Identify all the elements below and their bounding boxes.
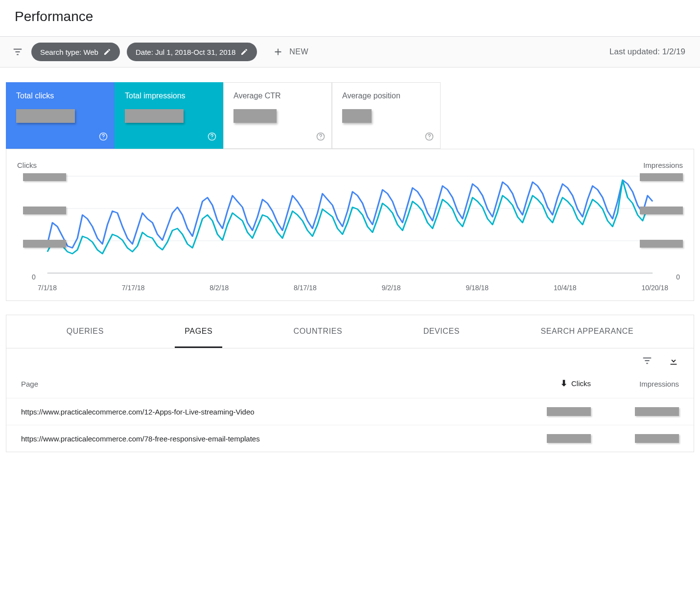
help-icon[interactable]: [207, 132, 217, 143]
redacted-value: [635, 434, 679, 443]
table-toolbar: [6, 348, 694, 373]
y-zero-right: 0: [676, 273, 680, 281]
redacted-value: [233, 109, 277, 123]
col-page-header[interactable]: Page: [21, 380, 503, 388]
redacted-value: [342, 109, 372, 123]
x-tick: 8/2/18: [210, 284, 229, 292]
svg-point-7: [429, 138, 429, 139]
page-title: Performance: [15, 9, 685, 24]
metric-label: Total impressions: [125, 92, 213, 100]
chip-date-range[interactable]: Date: Jul 1, 2018-Oct 31, 2018: [127, 43, 257, 61]
metric-card-total-impressions[interactable]: Total impressions: [115, 82, 223, 149]
redacted-y-tick: [23, 207, 66, 214]
help-icon[interactable]: [316, 132, 326, 143]
table-header-row: Page Clicks Impressions: [6, 373, 694, 398]
redacted-value: [635, 407, 679, 416]
table-card: QUERIESPAGESCOUNTRIESDEVICESSEARCH APPEA…: [6, 315, 694, 452]
chart-left-axis-label: Clicks: [17, 161, 37, 169]
table-row[interactable]: https://www.practicalecommerce.com/12-Ap…: [6, 398, 694, 425]
line-chart: [17, 172, 683, 280]
redacted-value: [16, 109, 75, 123]
pencil-icon: [103, 48, 111, 56]
y-zero-left: 0: [32, 273, 36, 281]
metric-card-average-ctr[interactable]: Average CTR: [223, 82, 332, 149]
tabs: QUERIESPAGESCOUNTRIESDEVICESSEARCH APPEA…: [6, 315, 694, 348]
x-tick: 9/18/18: [466, 284, 489, 292]
chart-right-axis-label: Impressions: [643, 161, 683, 169]
x-tick: 10/20/18: [641, 284, 668, 292]
redacted-y-tick: [640, 207, 683, 214]
tab-pages[interactable]: PAGES: [175, 315, 222, 348]
x-tick: 7/17/18: [122, 284, 145, 292]
col-clicks-header[interactable]: Clicks: [503, 379, 591, 389]
svg-point-1: [103, 138, 103, 139]
page-url: https://www.practicalecommerce.com/78-fr…: [21, 435, 503, 443]
redacted-y-tick: [23, 173, 66, 181]
redacted-y-tick: [23, 240, 66, 248]
redacted-value: [547, 434, 591, 443]
chart-card: Clicks Impressions 0 0 7/1/187/17/188/2/…: [6, 149, 694, 301]
pencil-icon: [240, 48, 248, 56]
table-filter-icon[interactable]: [642, 355, 653, 368]
tab-search-appearance[interactable]: SEARCH APPEARANCE: [531, 315, 643, 348]
help-icon[interactable]: [424, 132, 434, 143]
chip-date-range-label: Date: Jul 1, 2018-Oct 31, 2018: [136, 48, 235, 56]
new-filter-label: NEW: [289, 47, 308, 56]
metric-label: Total clicks: [16, 92, 104, 100]
svg-point-5: [320, 138, 321, 139]
chart-area[interactable]: 0 0: [17, 172, 683, 280]
metric-label: Average position: [342, 92, 430, 100]
x-tick: 10/4/18: [554, 284, 577, 292]
tab-countries[interactable]: COUNTRIES: [284, 315, 352, 348]
chart-x-axis: 7/1/187/17/188/2/188/17/189/2/189/18/181…: [17, 280, 683, 292]
col-impressions-header[interactable]: Impressions: [591, 380, 679, 388]
arrow-down-icon: [560, 379, 568, 388]
chip-search-type-label: Search type: Web: [40, 48, 98, 56]
svg-point-3: [211, 138, 212, 139]
x-tick: 8/17/18: [294, 284, 317, 292]
chip-search-type[interactable]: Search type: Web: [31, 43, 120, 61]
tab-devices[interactable]: DEVICES: [414, 315, 469, 348]
new-filter-button[interactable]: NEW: [273, 46, 308, 57]
redacted-value: [125, 109, 184, 123]
metric-card-total-clicks[interactable]: Total clicks: [6, 82, 115, 149]
help-icon[interactable]: [98, 132, 108, 143]
metrics-row: Total clicks Total impressions Average C…: [6, 82, 694, 149]
redacted-value: [547, 407, 591, 416]
page-url: https://www.practicalecommerce.com/12-Ap…: [21, 408, 503, 416]
redacted-y-tick: [640, 173, 683, 181]
filter-icon[interactable]: [11, 46, 24, 57]
col-clicks-label: Clicks: [571, 379, 591, 388]
tab-queries[interactable]: QUERIES: [57, 315, 114, 348]
download-icon[interactable]: [668, 355, 679, 368]
x-tick: 7/1/18: [38, 284, 57, 292]
last-updated: Last updated: 1/2/19: [609, 47, 689, 57]
page-header: Performance: [0, 0, 700, 37]
x-tick: 9/2/18: [382, 284, 401, 292]
metric-card-average-position[interactable]: Average position: [332, 82, 441, 149]
redacted-y-tick: [640, 240, 683, 248]
plus-icon: [273, 46, 283, 57]
metric-label: Average CTR: [233, 92, 322, 100]
filter-bar: Search type: Web Date: Jul 1, 2018-Oct 3…: [0, 37, 700, 68]
table-row[interactable]: https://www.practicalecommerce.com/78-fr…: [6, 425, 694, 452]
